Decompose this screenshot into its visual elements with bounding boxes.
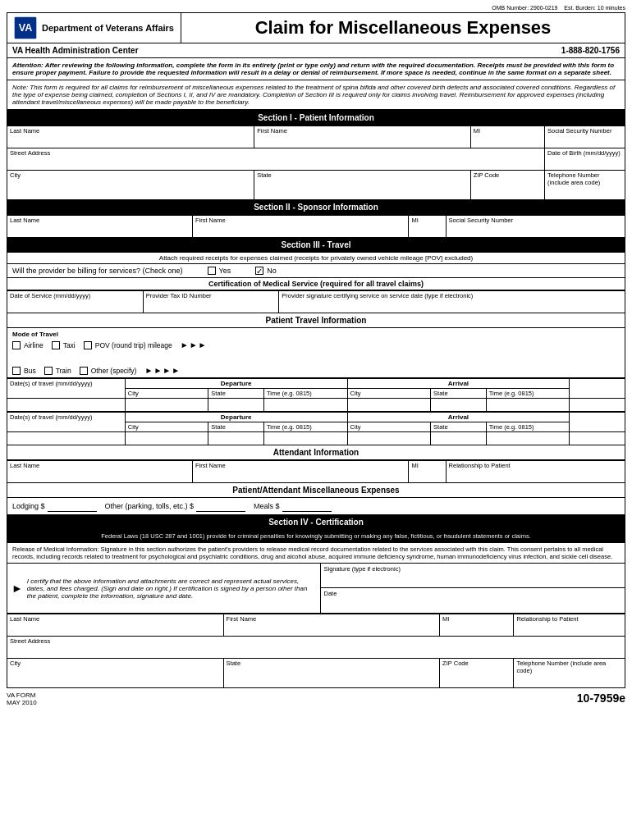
s4-first-name-value	[227, 623, 437, 635]
no-option[interactable]: ✓ No	[255, 267, 277, 275]
s4-zip-cell: ZIP Code	[440, 659, 514, 688]
provider-tax-cell: Provider Tax ID Number	[143, 291, 279, 313]
s4-state-label: State	[227, 660, 437, 667]
va-logo: VA Department of Veterans Affairs	[14, 16, 174, 39]
dep-state-data-1	[208, 399, 264, 412]
other-checkbox[interactable]	[80, 367, 88, 375]
ssn-cell: Social Security Number	[545, 126, 625, 148]
footer-right: 10-7959e	[577, 692, 625, 706]
arr-state-data-2	[431, 432, 487, 445]
s4-city-cell: City	[7, 659, 224, 688]
arrow-icon-7: ►	[172, 366, 180, 375]
street-value	[10, 158, 542, 169]
s4-last-name-cell: Last Name	[7, 614, 224, 637]
s4-street-value	[10, 646, 622, 657]
release-text: Release of Medical Information: Signatur…	[12, 546, 612, 560]
arr-time-header-2: Time (e.g. 0815)	[486, 422, 570, 432]
travel-data-row-1	[7, 399, 625, 412]
street-cell: Street Address	[7, 148, 545, 171]
arr-city-data-2	[347, 432, 431, 445]
travel-date-cell-2: Date(s) of travel (mm/dd/yyyy)	[7, 413, 126, 432]
s4-last-name-value	[10, 623, 221, 635]
att-first-name-label: First Name	[195, 462, 406, 469]
s2-first-name-label: First Name	[195, 217, 406, 224]
extra-data-1	[570, 399, 625, 412]
travel-date-cell-1: Date(s) of travel (mm/dd/yyyy)	[7, 379, 126, 399]
s2-ssn-label: Social Security Number	[449, 217, 622, 224]
attention-box: Attention: After reviewing the following…	[7, 58, 625, 80]
s4-rel-cell: Relationship to Patient	[514, 614, 625, 637]
cert-sign-right: Signature (type if electronic) Date	[321, 564, 625, 613]
phone-label: Telephone Number (include area code)	[547, 171, 622, 186]
s4-zip-label: ZIP Code	[442, 660, 511, 667]
extra-cell-2	[570, 413, 625, 432]
taxi-checkbox[interactable]	[52, 341, 60, 349]
yes-option[interactable]: Yes	[208, 267, 231, 275]
airline-option[interactable]: Airline	[12, 341, 44, 349]
meals-label: Meals $	[254, 502, 280, 510]
certify-text: I certify that the above information and…	[27, 578, 316, 600]
dep-time-header-2: Time (e.g. 0815)	[264, 422, 348, 432]
arr-state-data-1	[431, 399, 487, 412]
arrow-icon-4: ►	[144, 366, 153, 375]
zip-cell: ZIP Code	[470, 171, 544, 200]
s4-state-cell: State	[223, 659, 440, 688]
train-checkbox[interactable]	[44, 367, 53, 375]
section4-bottom-table: Last Name First Name MI Relationship to …	[7, 614, 625, 688]
section1-table: Last Name First Name MI Social Security …	[7, 126, 625, 200]
table-row: City State ZIP Code Telephone Number (in…	[7, 659, 625, 688]
pov-option[interactable]: POV (round trip) mileage	[84, 341, 172, 349]
other-label: Other (parking, tolls, etc.) $	[105, 502, 195, 510]
footer: VA FORM MAY 2010 10-7959e	[7, 692, 625, 706]
att-last-name-value	[10, 470, 190, 482]
s2-mi-value	[411, 225, 442, 236]
arr-time-data-1	[486, 399, 570, 412]
burden-estimate: Est. Burden: 10 minutes	[564, 5, 625, 11]
other-arrows: ► ► ► ►	[144, 366, 180, 375]
bus-option[interactable]: Bus	[12, 367, 36, 375]
dep-time-data-1	[264, 399, 348, 412]
airline-checkbox[interactable]	[12, 341, 21, 349]
s2-last-name-cell: Last Name	[7, 216, 193, 238]
mi-cell: MI	[470, 126, 544, 148]
yes-checkbox[interactable]	[208, 267, 216, 275]
mode-travel-row: Mode of Travel Airline Taxi POV (round t…	[7, 328, 625, 378]
att-mi-cell: MI	[409, 461, 446, 483]
dob-cell: Date of Birth (mm/dd/yyyy)	[545, 148, 625, 171]
va-emblem-icon: VA	[14, 16, 37, 39]
att-first-name-value	[195, 470, 406, 482]
att-last-name-label: Last Name	[10, 462, 190, 469]
no-checkbox[interactable]: ✓	[255, 267, 263, 275]
pov-question-row: Will the provider be billing for service…	[7, 264, 625, 278]
arr-city-data-1	[347, 399, 431, 412]
section4-warning: Federal Laws (18 USC 287 and 1001) provi…	[7, 530, 625, 543]
arr-city-header-1: City	[347, 389, 431, 399]
bus-checkbox[interactable]	[12, 367, 21, 375]
dep-city-header-1: City	[125, 389, 208, 399]
travel-data-row-2	[7, 432, 625, 445]
other-option[interactable]: Other (specify)	[80, 367, 137, 375]
pov-checkbox[interactable]	[84, 341, 92, 349]
last-name-label: Last Name	[10, 127, 251, 135]
svg-text:VA: VA	[19, 22, 33, 34]
taxi-option[interactable]: Taxi	[52, 341, 76, 349]
cert-sign-row: ► I certify that the above information a…	[7, 564, 625, 614]
lodging-value	[48, 500, 97, 512]
phone-cell: Telephone Number (include area code)	[545, 171, 625, 200]
arrow-icon-3: ►	[199, 340, 207, 349]
table-row: Street Address Date of Birth (mm/dd/yyyy…	[7, 148, 625, 171]
city-cell: City	[7, 171, 254, 200]
departure-header-1: Departure	[125, 379, 347, 389]
meals-value	[282, 500, 332, 512]
att-rel-cell: Relationship to Patient	[446, 461, 625, 483]
bus-label: Bus	[24, 367, 36, 375]
arrow-icon-5: ►	[153, 366, 162, 375]
s4-rel-value	[516, 623, 622, 635]
travel-table-1: Date(s) of travel (mm/dd/yyyy) Departure…	[7, 378, 625, 412]
mode-label: Mode of Travel	[12, 331, 620, 338]
travel-header-row-2: Date(s) of travel (mm/dd/yyyy) Departure…	[7, 413, 625, 422]
extra-cell-1	[570, 379, 625, 399]
cert-medical-header: Certification of Medical Service (requir…	[7, 278, 625, 290]
va-logo-box: VA Department of Veterans Affairs	[7, 13, 181, 43]
train-option[interactable]: Train	[44, 367, 71, 375]
